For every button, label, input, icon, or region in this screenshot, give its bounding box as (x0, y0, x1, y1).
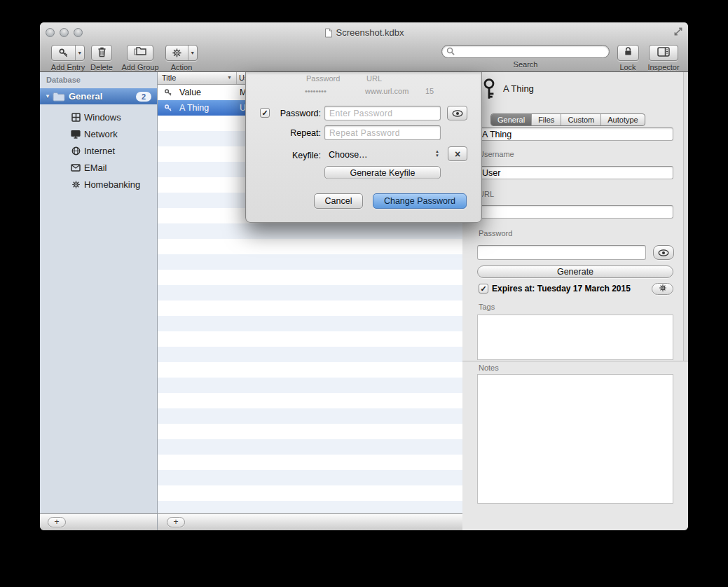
homebanking-icon (70, 180, 81, 189)
action-label: Action (171, 63, 193, 71)
tab-autotype[interactable]: Autotype (601, 114, 644, 125)
add-group-button[interactable] (127, 45, 153, 61)
sidebar-item-windows[interactable]: Windows (40, 109, 157, 125)
inspector-panel: A Thing General Files Custom Autotype Us… (462, 72, 688, 530)
sidebar-item-email[interactable]: EMail (40, 159, 157, 176)
sidebar-item-label: EMail (84, 163, 107, 173)
entry-title-cell: A Thing (179, 103, 234, 113)
action-button[interactable]: ▼ (165, 45, 198, 61)
minimize-button[interactable] (60, 28, 69, 37)
key-icon (164, 88, 174, 97)
username-field[interactable] (477, 166, 673, 179)
keyfile-popup-value[interactable]: Choose… (329, 150, 368, 160)
add-group-label: Add Group (121, 63, 158, 71)
sheet-repeat-label: Repeat: (270, 128, 321, 138)
add-entry-label: Add Entry (51, 63, 85, 71)
sidebar-item-internet[interactable]: Internet (40, 142, 157, 159)
sidebar-bottom-bar: + (40, 513, 158, 530)
toolbar-item-action: ▼ Action (162, 45, 201, 71)
password-field[interactable] (477, 245, 646, 260)
gear-icon (166, 46, 188, 60)
add-entry-button[interactable]: ▼ (51, 45, 85, 61)
search-field[interactable] (441, 45, 610, 58)
window-title-area: Screenshot.kdbx (152, 27, 576, 39)
generate-keyfile-button[interactable]: Generate Keyfile (324, 166, 441, 179)
eye-icon (658, 247, 669, 259)
sheet-password-input[interactable] (324, 106, 441, 120)
sidebar-item-label: Windows (84, 112, 121, 123)
cancel-button[interactable]: Cancel (314, 193, 363, 209)
tags-input[interactable] (477, 315, 673, 360)
tab-general[interactable]: General (491, 114, 532, 125)
network-icon (70, 130, 81, 139)
chevron-down-icon[interactable]: ▼ (76, 46, 84, 60)
show-password-button[interactable] (653, 245, 674, 260)
clear-keyfile-button[interactable]: × (448, 146, 467, 161)
toolbar-item-search: Search (436, 45, 615, 69)
sort-indicator-icon: ▼ (227, 75, 232, 80)
window-chrome: Screenshot.kdbx ▼ Add Entry Delete (40, 22, 688, 72)
dimmed-url-value: www.url.com (365, 87, 408, 95)
eye-icon (452, 107, 463, 120)
dimmed-extra-value: 15 (425, 87, 434, 95)
change-password-sheet: Password URL •••••••• www.url.com 15 ✓ P… (245, 72, 482, 223)
notes-input[interactable] (477, 374, 673, 504)
group-count-badge: 2 (136, 92, 151, 102)
fullscreen-icon[interactable] (673, 27, 683, 36)
inspector-button[interactable] (649, 45, 678, 61)
entry-title-cell: Value (179, 88, 234, 97)
sidebar-item-network[interactable]: Network (40, 125, 157, 142)
dimmed-password-column-header: Password (306, 74, 340, 83)
internet-icon (70, 146, 81, 156)
content-area: Database ▼ General 2 Windows Network Int… (40, 72, 688, 530)
sidebar-group-general[interactable]: ▼ General 2 (40, 88, 157, 104)
password-checkbox[interactable]: ✓ (260, 108, 270, 118)
trash-icon (97, 46, 107, 60)
delete-button[interactable] (91, 45, 112, 61)
inspector-scrollbar[interactable] (683, 72, 688, 361)
generate-password-button[interactable]: Generate (477, 265, 673, 278)
screen-background: { "window": { "title": "Screenshot.kdbx"… (0, 0, 728, 587)
sheet-repeat-input[interactable] (324, 125, 441, 140)
url-field[interactable] (477, 205, 673, 219)
key-icon (164, 104, 174, 112)
add-group-plus-button[interactable]: + (48, 517, 66, 527)
tags-label: Tags (479, 303, 495, 311)
search-label: Search (514, 60, 538, 69)
inspector-tabs: General Files Custom Autotype (490, 113, 645, 126)
expires-settings-button[interactable] (652, 283, 673, 295)
folders-icon (133, 46, 147, 60)
dimmed-password-dots: •••••••• (305, 87, 327, 95)
search-input[interactable] (458, 47, 605, 57)
tab-files[interactable]: Files (532, 114, 561, 125)
title-field[interactable] (477, 127, 673, 141)
expires-checkbox[interactable]: ✓ (479, 284, 488, 294)
chevron-down-icon[interactable]: ▼ (188, 46, 197, 60)
add-entry-plus-button[interactable]: + (167, 517, 185, 527)
windows-icon (70, 113, 81, 122)
gear-icon (659, 284, 667, 294)
table-bottom-bar: + (158, 513, 462, 530)
inspector-entry-title: A Thing (503, 83, 534, 94)
folder-icon (53, 92, 65, 102)
inspector-label: Inspector (647, 63, 679, 71)
window-title: Screenshot.kdbx (336, 27, 404, 38)
change-password-button[interactable]: Change Password (373, 193, 467, 209)
toolbar-item-lock: Lock (612, 45, 643, 71)
username-label: Username (479, 150, 514, 158)
lock-label: Lock (619, 63, 636, 71)
email-icon (70, 164, 81, 172)
lock-button[interactable] (617, 45, 639, 61)
close-button[interactable] (46, 28, 55, 37)
sidebar-item-homebanking[interactable]: Homebanking (40, 176, 157, 193)
tab-custom[interactable]: Custom (561, 114, 601, 125)
delete-label: Delete (90, 63, 113, 71)
column-header-title[interactable]: Title (162, 74, 176, 82)
document-icon (324, 28, 333, 38)
sheet-show-password-button[interactable] (447, 106, 467, 120)
disclosure-triangle-icon[interactable]: ▼ (43, 93, 53, 99)
zoom-button[interactable] (74, 28, 83, 37)
section-divider (462, 361, 688, 361)
column-divider[interactable] (236, 72, 237, 84)
popup-stepper-icon[interactable]: ▲▼ (435, 149, 439, 158)
